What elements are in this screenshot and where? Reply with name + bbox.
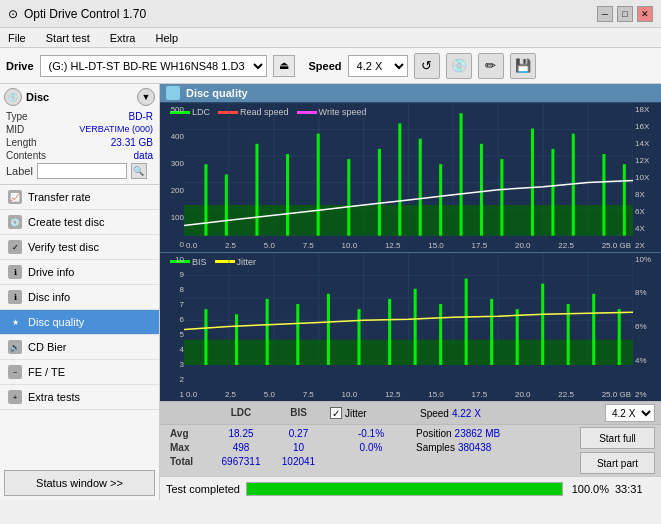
svg-rect-34 [623, 164, 626, 235]
drive-select[interactable]: (G:) HL-DT-ST BD-RE WH16NS48 1.D3 [40, 55, 267, 77]
samples-value: 380438 [458, 442, 491, 453]
lower-y-left: 10987654321 [160, 253, 184, 402]
refresh-icon[interactable]: ↺ [414, 53, 440, 79]
upper-chart-svg [184, 103, 633, 236]
sidebar-label-create-test-disc: Create test disc [28, 216, 104, 228]
disc-icon[interactable]: 💿 [446, 53, 472, 79]
total-ldc: 6967311 [211, 455, 271, 468]
sidebar: 💿 Disc ▼ Type BD-R MID VERBATIMe (000) L… [0, 84, 160, 500]
upper-chart: LDC Read speed Write speed 5004003002001… [160, 103, 661, 253]
sidebar-item-create-test-disc[interactable]: 💿 Create test disc [0, 210, 159, 235]
transfer-rate-icon: 📈 [8, 190, 22, 204]
disc-type-value: BD-R [129, 111, 153, 122]
close-button[interactable]: ✕ [637, 6, 653, 22]
save-icon[interactable]: 💾 [510, 53, 536, 79]
disc-label-icon[interactable]: 🔍 [131, 163, 147, 179]
disc-label-row: Label 🔍 [4, 162, 155, 180]
speed-select-small[interactable]: 4.2 X [605, 404, 655, 422]
jitter-checkbox[interactable]: ✓ [330, 407, 342, 419]
max-ldc: 498 [211, 441, 271, 454]
svg-rect-57 [357, 309, 360, 365]
speed-label: Speed [309, 60, 342, 72]
upper-y-right: 18X16X14X12X10X8X6X4X2X [633, 103, 661, 252]
titlebar-controls: ─ □ ✕ [597, 6, 653, 22]
minimize-button[interactable]: ─ [597, 6, 613, 22]
start-part-button[interactable]: Start part [580, 452, 655, 474]
disc-quality-icon: ★ [8, 315, 22, 329]
sidebar-item-disc-quality[interactable]: ★ Disc quality [0, 310, 159, 335]
start-full-button[interactable]: Start full [580, 427, 655, 449]
disc-type-row: Type BD-R [4, 110, 155, 123]
menu-start-test[interactable]: Start test [42, 31, 94, 45]
sidebar-item-fe-te[interactable]: ~ FE / TE [0, 360, 159, 385]
disc-quality-header: Disc quality [160, 84, 661, 103]
progress-time: 33:31 [615, 483, 655, 495]
eject-button[interactable]: ⏏ [273, 55, 295, 77]
sidebar-label-drive-info: Drive info [28, 266, 74, 278]
avg-ldc: 18.25 [211, 427, 271, 440]
disc-contents-label: Contents [6, 150, 46, 161]
menu-extra[interactable]: Extra [106, 31, 140, 45]
app-title: Opti Drive Control 1.70 [24, 7, 146, 21]
svg-rect-22 [347, 159, 350, 236]
disc-arrow-icon[interactable]: ▼ [137, 88, 155, 106]
sidebar-item-verify-test-disc[interactable]: ✓ Verify test disc [0, 235, 159, 260]
disc-label-input[interactable] [37, 163, 127, 179]
sidebar-label-extra-tests: Extra tests [28, 391, 80, 403]
disc-label-label: Label [6, 165, 33, 177]
disc-contents-row: Contents data [4, 149, 155, 162]
svg-rect-60 [439, 304, 442, 365]
jitter-checkbox-cell: ✓ Jitter [326, 406, 416, 420]
total-jitter [326, 455, 416, 468]
stat-bis-header: BIS [271, 406, 326, 420]
write-icon[interactable]: ✏ [478, 53, 504, 79]
sidebar-item-drive-info[interactable]: ℹ Drive info [0, 260, 159, 285]
maximize-button[interactable]: □ [617, 6, 633, 22]
stats-data-rows: Avg 18.25 0.27 -0.1% Position 23862 MB M… [160, 425, 661, 476]
progress-status: Test completed [166, 483, 240, 495]
speed-select[interactable]: 4.2 X [348, 55, 408, 77]
extra-tests-icon: + [8, 390, 22, 404]
disc-mid-value: VERBATIMe (000) [79, 124, 153, 135]
svg-rect-64 [541, 283, 544, 365]
menu-help[interactable]: Help [151, 31, 182, 45]
total-bis: 102041 [271, 455, 326, 468]
titlebar: ⊙ Opti Drive Control 1.70 ─ □ ✕ [0, 0, 661, 28]
disc-panel: 💿 Disc ▼ Type BD-R MID VERBATIMe (000) L… [0, 84, 159, 185]
titlebar-left: ⊙ Opti Drive Control 1.70 [8, 7, 146, 21]
sidebar-label-cd-bier: CD Bier [28, 341, 67, 353]
lower-chart-svg [184, 253, 633, 365]
cd-bier-icon: 🔊 [8, 340, 22, 354]
menu-file[interactable]: File [4, 31, 30, 45]
upper-y-left: 5004003002001000 [160, 103, 184, 252]
svg-rect-53 [235, 314, 238, 365]
status-window-button[interactable]: Status window >> [4, 470, 155, 496]
drivebar: Drive (G:) HL-DT-ST BD-RE WH16NS48 1.D3 … [0, 48, 661, 84]
position-row: Position 23862 MB [416, 427, 511, 440]
avg-jitter: -0.1% [326, 427, 416, 440]
sidebar-label-verify-test-disc: Verify test disc [28, 241, 99, 253]
svg-rect-23 [378, 149, 381, 236]
sidebar-item-transfer-rate[interactable]: 📈 Transfer rate [0, 185, 159, 210]
upper-x-axis: 0.02.55.07.510.012.515.017.520.022.525.0… [184, 241, 633, 250]
main: 💿 Disc ▼ Type BD-R MID VERBATIMe (000) L… [0, 84, 661, 500]
sidebar-item-disc-info[interactable]: ℹ Disc info [0, 285, 159, 310]
svg-rect-26 [439, 164, 442, 235]
samples-row: Samples 380438 [416, 441, 511, 454]
app-icon: ⊙ [8, 7, 18, 21]
total-spacer [416, 455, 511, 468]
svg-rect-59 [414, 288, 417, 365]
svg-rect-58 [388, 298, 391, 364]
svg-rect-29 [500, 159, 503, 236]
sidebar-item-extra-tests[interactable]: + Extra tests [0, 385, 159, 410]
stats-grid: Avg 18.25 0.27 -0.1% Position 23862 MB M… [166, 427, 576, 474]
svg-rect-67 [618, 309, 621, 365]
disc-type-label: Type [6, 111, 28, 122]
sidebar-item-cd-bier[interactable]: 🔊 CD Bier [0, 335, 159, 360]
svg-rect-52 [204, 309, 207, 365]
lower-x-axis: 0.02.55.07.510.012.515.017.520.022.525.0… [184, 390, 633, 399]
disc-length-label: Length [6, 137, 37, 148]
svg-rect-21 [317, 134, 320, 236]
disc-length-value: 23.31 GB [111, 137, 153, 148]
svg-rect-33 [602, 154, 605, 236]
